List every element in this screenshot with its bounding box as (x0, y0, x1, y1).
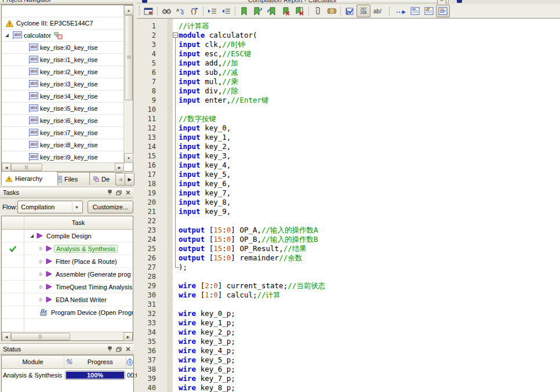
code-line-39[interactable]: wire key_7_p; (173, 374, 560, 383)
task-row[interactable]: Compile Design (2, 230, 133, 242)
code-line-12[interactable]: input key_0, (173, 124, 560, 133)
code-line-4[interactable]: input esc,//ESC键 (173, 49, 560, 59)
task-expander-icon[interactable] (30, 234, 37, 238)
code-line-22[interactable] (173, 216, 560, 226)
code-line-23[interactable]: output [15:0] OP_A,//输入的操作数A (173, 226, 560, 235)
code-line-13[interactable]: input key_1, (173, 133, 560, 142)
code-line-31[interactable] (173, 300, 560, 309)
editor-window-icon[interactable] (141, 5, 155, 17)
tree-row-instance[interactable]: abd key_rise:i5_key_rise (2, 103, 124, 115)
code-line-16[interactable]: input key_4, (173, 161, 560, 170)
code-line-5[interactable]: input add,//加 (173, 59, 560, 68)
code-line-1[interactable]: //计算器 (173, 21, 560, 31)
code-line-34[interactable]: wire key_2_p; (173, 328, 560, 337)
float-icon[interactable] (115, 346, 123, 353)
code-line-35[interactable]: wire key_3_p; (173, 337, 560, 346)
tab-hierarchy[interactable]: Hierarchy (1, 171, 58, 186)
task-row[interactable]: Fitter (Place & Route) (2, 255, 133, 268)
tab-files[interactable]: Files (52, 172, 94, 185)
code-line-28[interactable] (173, 272, 560, 281)
line-count-badge[interactable]: 267268 (357, 5, 370, 17)
replace-icon[interactable]: AB (173, 5, 187, 17)
tree-row-instance[interactable]: abd key_rise:i8_key_rise (2, 139, 124, 151)
tree-row-instance[interactable]: abd key_rise:i1_key_rise (2, 54, 124, 66)
float-icon[interactable] (115, 189, 123, 197)
tree-row-instance[interactable]: abd key_rise:i3_key_rise (2, 78, 124, 90)
code-line-14[interactable]: input key_2, (173, 142, 560, 151)
code-line-15[interactable]: input key_3, (173, 151, 560, 161)
code-line-29[interactable]: wire [2:0] current_state;//当前状态 (173, 281, 560, 291)
code-line-18[interactable]: input key_6, (173, 179, 560, 188)
report-icon[interactable] (408, 5, 422, 17)
outdent-icon[interactable] (219, 5, 233, 17)
code-line-2[interactable]: module calculator( (173, 31, 560, 40)
code-line-37[interactable]: wire key_5_p; (173, 355, 560, 365)
code-line-11[interactable]: //数字按键 (173, 114, 560, 124)
code-line-7[interactable]: input mul,//乘 (173, 77, 560, 86)
close-icon[interactable] (124, 346, 132, 353)
task-row[interactable]: Analysis & Synthesis (2, 242, 133, 255)
scroll-right-button[interactable]: ▶ (123, 332, 133, 341)
mdi-close-button[interactable]: ✕ (437, 0, 446, 4)
tree-vscroll-thumb[interactable] (125, 15, 133, 100)
code-line-19[interactable]: input key_7, (173, 188, 560, 198)
tab-scroll-left-button[interactable]: ◀ (115, 173, 125, 186)
scroll-up-button[interactable]: ▲ (124, 5, 133, 15)
code-line-27[interactable]: ); (173, 263, 560, 272)
find-icon[interactable] (159, 5, 173, 17)
task-expander-icon[interactable] (39, 272, 46, 277)
task-row[interactable]: TimeQuest Timing Analysis (2, 281, 133, 293)
tree-row-entity[interactable]: abd calculator (2, 30, 124, 42)
spellcheck-icon[interactable] (343, 5, 357, 17)
code-line-26[interactable]: output [15:0] remainder//余数 (173, 253, 560, 263)
bookmark-prev-icon[interactable] (265, 5, 279, 17)
customize-button[interactable]: Customize... (88, 201, 133, 213)
tree-row-instance[interactable]: abd key_rise:i9_key_rise (2, 151, 124, 163)
tasks-hscroll-thumb[interactable] (11, 333, 70, 340)
code-line-32[interactable]: wire key_0_p; (173, 309, 560, 318)
tree-vertical-scrollbar[interactable]: ▲ ▼ (123, 5, 133, 163)
task-expander-icon[interactable] (39, 297, 46, 302)
close-icon[interactable] (124, 189, 132, 197)
report-edit-icon[interactable] (422, 5, 436, 17)
match-brace-icon[interactable]: {} (187, 5, 201, 17)
report-view-icon[interactable] (436, 5, 450, 17)
task-expander-icon[interactable] (39, 285, 46, 289)
code-line-20[interactable]: input key_8, (173, 198, 560, 207)
pin-icon[interactable] (106, 346, 114, 353)
scroll-left-button[interactable]: ◀ (2, 163, 11, 172)
code-editor[interactable]: 1234567891011121314151617181920212223242… (137, 18, 560, 392)
code-line-33[interactable]: wire key_1_p; (173, 318, 560, 328)
code-line-9[interactable]: input enter,//Enter键 (173, 96, 560, 105)
task-expander-icon[interactable] (39, 259, 46, 264)
task-row[interactable]: Program Device (Open Progra (2, 306, 133, 319)
indent-icon[interactable] (205, 5, 219, 17)
tab-scroll-right-button[interactable]: ▶ (125, 173, 134, 186)
tree-row-instance[interactable]: abd key_rise:i7_key_rise (2, 127, 124, 139)
bookmark-delete-all-icon[interactable] (293, 5, 307, 17)
bookmark-delete-icon[interactable] (279, 5, 293, 17)
bookmark-next-icon[interactable] (251, 5, 265, 17)
task-row[interactable]: Assembler (Generate prog (2, 268, 133, 281)
pin-icon[interactable] (106, 189, 114, 197)
code-line-24[interactable]: output [15:0] OP_B,//输入的操作数B (173, 235, 560, 244)
code-line-38[interactable]: wire key_6_p; (173, 365, 560, 374)
tree-row-instance[interactable]: abd key_rise:i4_key_rise (2, 90, 124, 103)
code-line-6[interactable]: input sub,//减 (173, 68, 560, 77)
code-line-40[interactable]: wire key_8_p; (173, 383, 560, 392)
code-line-17[interactable]: input key_5, (173, 170, 560, 179)
hierarchy-tree[interactable]: Cyclone III: EP3C5E144C7 abd calculator … (2, 5, 124, 163)
flow-select[interactable]: Compilation ▼ (17, 201, 83, 213)
tasks-horizontal-scrollbar[interactable]: ◀ ▶ (2, 332, 133, 340)
code-line-8[interactable]: input div,//除 (173, 86, 560, 96)
attach-icon[interactable] (311, 5, 325, 17)
code-line-21[interactable]: input key_9, (173, 207, 560, 216)
tree-row-instance[interactable]: abd key_rise:i0_key_rise (2, 42, 124, 54)
bookmark-icon[interactable] (237, 5, 251, 17)
code-line-3[interactable]: input clk,//时钟 (173, 40, 560, 49)
goto-icon[interactable] (394, 5, 408, 17)
scroll-left-button[interactable]: ◀ (2, 332, 11, 341)
scroll-right-button[interactable]: ▶ (115, 163, 124, 172)
toolbar-grip[interactable] (139, 6, 140, 16)
fold-collapse-icon[interactable]: – (173, 32, 178, 38)
